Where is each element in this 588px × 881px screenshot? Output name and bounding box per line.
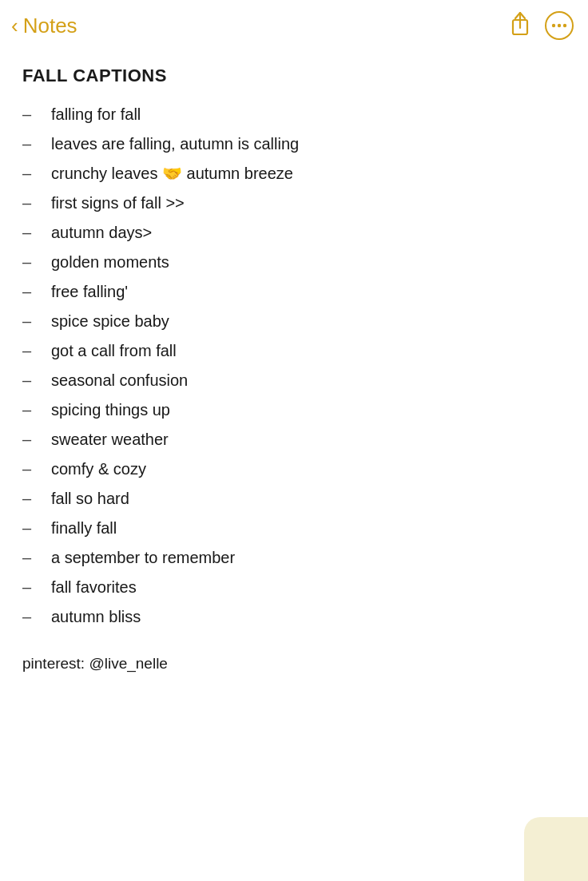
nav-title[interactable]: Notes: [23, 14, 77, 38]
list-dash: –: [22, 220, 46, 245]
list-item-text: seasonal confusion: [51, 368, 566, 393]
list-item-text: comfy & cozy: [51, 457, 566, 482]
list-dash: –: [22, 457, 46, 482]
list-item-text: falling for fall: [51, 102, 566, 127]
list-item: –autumn days>: [22, 219, 566, 247]
back-chevron-icon[interactable]: ‹: [11, 15, 18, 36]
list-dash: –: [22, 339, 46, 363]
caption-list: –falling for fall–leaves are falling, au…: [22, 101, 566, 631]
svg-point-3: [558, 24, 561, 27]
list-item-text: fall so hard: [51, 486, 566, 511]
list-item: –spicing things up: [22, 396, 566, 424]
list-item: –golden moments: [22, 248, 566, 276]
list-dash: –: [22, 250, 46, 275]
list-dash: –: [22, 516, 46, 541]
list-dash: –: [22, 280, 46, 304]
list-item: –comfy & cozy: [22, 455, 566, 483]
list-item: –falling for fall: [22, 101, 566, 129]
list-dash: –: [22, 132, 46, 157]
list-item: –finally fall: [22, 514, 566, 542]
list-item: –got a call from fall: [22, 337, 566, 365]
list-dash: –: [22, 427, 46, 452]
list-item: –seasonal confusion: [22, 367, 566, 395]
nav-left: ‹ Notes: [11, 14, 77, 38]
list-dash: –: [22, 309, 46, 334]
list-item-text: first signs of fall >>: [51, 191, 566, 216]
nav-right: [510, 11, 574, 40]
list-dash: –: [22, 575, 46, 600]
list-item-text: autumn bliss: [51, 605, 566, 629]
list-dash: –: [22, 161, 46, 186]
note-title: FALL CAPTIONS: [22, 65, 566, 86]
list-item: –free falling': [22, 278, 566, 306]
svg-point-2: [552, 24, 555, 27]
list-item-text: a september to remember: [51, 546, 566, 570]
list-item-text: spicing things up: [51, 398, 566, 423]
list-dash: –: [22, 368, 46, 393]
list-dash: –: [22, 102, 46, 127]
list-item: –autumn bliss: [22, 603, 566, 631]
more-icon[interactable]: [545, 11, 574, 40]
list-item-text: got a call from fall: [51, 339, 566, 363]
nav-bar: ‹ Notes: [0, 0, 588, 48]
list-dash: –: [22, 546, 46, 570]
pinterest-credit: pinterest: @live_nelle: [22, 655, 566, 673]
list-item: –a september to remember: [22, 544, 566, 572]
list-item: –spice spice baby: [22, 308, 566, 335]
list-dash: –: [22, 605, 46, 629]
list-item: –fall favorites: [22, 573, 566, 601]
list-item-text: spice spice baby: [51, 309, 566, 334]
list-item-text: autumn days>: [51, 220, 566, 245]
list-item-text: crunchy leaves 🤝 autumn breeze: [51, 161, 566, 186]
corner-accent: [524, 817, 588, 881]
list-item-text: golden moments: [51, 250, 566, 275]
list-item: –fall so hard: [22, 485, 566, 513]
list-item-text: free falling': [51, 280, 566, 304]
note-content: FALL CAPTIONS –falling for fall–leaves a…: [0, 48, 588, 704]
list-item: –leaves are falling, autumn is calling: [22, 130, 566, 158]
list-item-text: sweater weather: [51, 427, 566, 452]
list-item: –crunchy leaves 🤝 autumn breeze: [22, 160, 566, 188]
svg-point-4: [563, 24, 566, 27]
list-dash: –: [22, 486, 46, 511]
list-item: –first signs of fall >>: [22, 189, 566, 217]
list-item-text: fall favorites: [51, 575, 566, 600]
list-dash: –: [22, 191, 46, 216]
list-item-text: leaves are falling, autumn is calling: [51, 132, 566, 157]
list-dash: –: [22, 398, 46, 423]
share-icon[interactable]: [510, 12, 530, 39]
list-item-text: finally fall: [51, 516, 566, 541]
list-item: –sweater weather: [22, 426, 566, 454]
